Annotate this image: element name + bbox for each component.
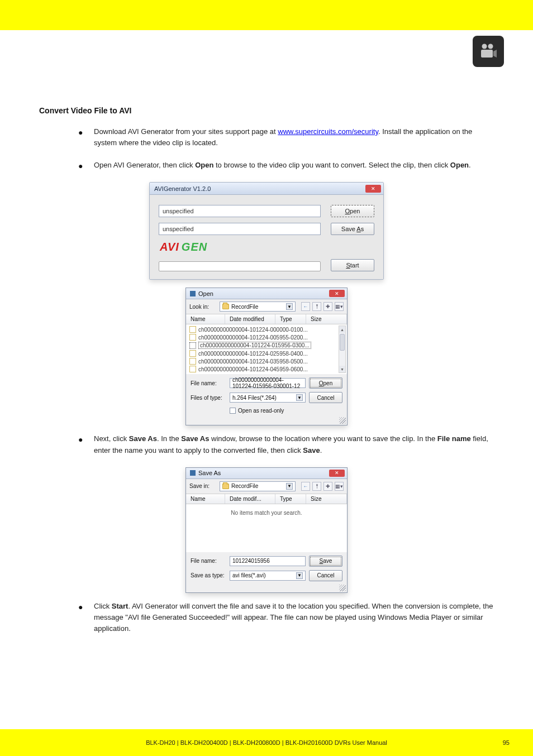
col-date[interactable]: Date modif...	[225, 494, 275, 504]
col-size[interactable]: Size	[306, 314, 347, 324]
open-button[interactable]: Open	[331, 205, 374, 217]
file-list[interactable]: ch00000000000004-101224-000000-0100... c…	[186, 324, 347, 374]
scroll-up-icon[interactable]: ▲	[339, 326, 345, 333]
bullet-dot: ●	[78, 128, 83, 137]
file-list-empty: No items match your search.	[186, 504, 347, 552]
scroll-down-icon[interactable]: ▼	[339, 366, 345, 372]
col-name[interactable]: Name	[186, 494, 225, 504]
scrollbar[interactable]: ▲ ▼	[339, 326, 346, 373]
view-menu-icon[interactable]: ▦▾	[335, 482, 344, 491]
open-button[interactable]: Open	[309, 377, 342, 389]
start-button[interactable]: Start	[331, 259, 374, 271]
col-name[interactable]: Name	[186, 314, 225, 324]
filename-input[interactable]: 101224015956	[230, 556, 306, 566]
b3-p1: Next, click	[94, 434, 129, 443]
chevron-down-icon[interactable]: ▼	[296, 394, 303, 401]
list-item: ch00000000000004-101224-000000-0100...	[186, 326, 347, 333]
file-icon	[189, 366, 196, 372]
save-as-button[interactable]: Save As	[331, 223, 374, 235]
list-header: Name Date modified Type Size	[186, 314, 347, 324]
readonly-checkbox[interactable]: Open as read-only	[230, 408, 306, 414]
saveastype-combo[interactable]: avi files(*.avi)▼	[230, 571, 306, 581]
filename-label: File name:	[191, 380, 226, 386]
cancel-button[interactable]: Cancel	[309, 392, 342, 403]
footer-bar: BLK-DH20 | BLK-DH200400D | BLK-DH200800D…	[0, 729, 533, 756]
col-type[interactable]: Type	[275, 494, 306, 504]
saveastype-label: Save as type:	[191, 572, 226, 578]
b2-p1: Open AVI Generator, then click	[94, 161, 195, 169]
close-icon[interactable]: ✕	[329, 290, 345, 297]
col-type[interactable]: Type	[275, 314, 306, 324]
bullet-dot: ●	[78, 161, 83, 170]
col-date[interactable]: Date modified	[225, 314, 275, 324]
filetype-label: Files of type:	[191, 395, 226, 401]
svg-rect-3	[190, 291, 196, 296]
avi-gen-logo: AVIGEN	[160, 241, 374, 253]
avi-generator-window: AVIGenerator V1.2.0 ✕ unspecified Open u…	[149, 182, 384, 280]
save-as-dialog: Save As ✕ Save in: RecordFile ▼ ⭱ ✚ ▦▾	[185, 467, 348, 593]
lookin-label: Look in:	[189, 304, 217, 310]
folder-icon	[222, 484, 229, 489]
list-item-selected: ch00000000000004-101224-015956-0300...	[186, 341, 347, 350]
close-icon[interactable]: ✕	[365, 185, 381, 193]
section-title: Convert Video File to AVI	[39, 106, 494, 115]
bullet-1: ● Download AVI Generator from your sites…	[78, 126, 494, 149]
chevron-down-icon[interactable]: ▼	[286, 303, 293, 310]
back-icon[interactable]	[301, 302, 310, 311]
b2-open2: Open	[450, 161, 469, 169]
file-icon	[189, 358, 196, 365]
list-item: ch00000000000004-101224-035958-0500...	[186, 357, 347, 365]
new-folder-icon[interactable]: ✚	[323, 482, 332, 491]
file-icon	[189, 350, 196, 357]
bullet-dot: ●	[78, 602, 83, 611]
file-icon	[189, 334, 196, 341]
filename-input[interactable]: ch00000000000004-101224-015956-030001-12	[230, 378, 306, 388]
svg-point-1	[488, 44, 493, 49]
save-button[interactable]: Save	[309, 556, 342, 567]
b2-p2: to browse to the video clip you want to …	[213, 161, 450, 169]
top-yellow-bar	[0, 0, 533, 30]
chevron-down-icon[interactable]: ▼	[286, 483, 293, 490]
file-icon	[189, 326, 196, 333]
list-item: ch00000000000004-101224-025958-0400...	[186, 350, 347, 357]
bullet-dot: ●	[78, 435, 83, 444]
filetype-combo[interactable]: h.264 Files(*.264)▼	[230, 393, 306, 403]
b2-open: Open	[195, 161, 213, 169]
savein-combo[interactable]: RecordFile ▼	[220, 481, 296, 491]
progress-bar	[159, 261, 321, 271]
b2-p3: .	[469, 161, 471, 169]
back-icon[interactable]	[301, 482, 310, 491]
new-folder-icon[interactable]: ✚	[323, 302, 332, 311]
svg-rect-4	[190, 470, 196, 476]
filename-label: File name:	[191, 558, 226, 564]
camcorder-icon-tile	[473, 36, 504, 67]
bullet-3: ● Next, click Save As. In the Save As wi…	[78, 433, 494, 456]
cancel-button[interactable]: Cancel	[309, 570, 342, 581]
col-size[interactable]: Size	[306, 494, 347, 504]
scroll-thumb[interactable]	[340, 334, 345, 351]
avi-title: AVIGenerator V1.2.0	[154, 185, 211, 192]
resize-grip-icon[interactable]	[339, 585, 346, 591]
bullet-4: ● Click Start. AVI Generator will conver…	[78, 601, 494, 634]
open-title: Open	[198, 290, 213, 297]
dialog-icon	[189, 470, 196, 476]
saveas-title: Save As	[198, 470, 221, 476]
camcorder-icon	[477, 40, 499, 63]
up-icon[interactable]: ⭱	[312, 302, 321, 311]
b4-p1: Click	[94, 602, 112, 610]
source-path-field[interactable]: unspecified	[159, 205, 321, 217]
support-link[interactable]: www.supercircuits.com/security	[278, 127, 378, 136]
folder-icon	[222, 304, 229, 309]
close-icon[interactable]: ✕	[329, 470, 345, 477]
chevron-down-icon[interactable]: ▼	[296, 572, 303, 579]
svg-point-0	[482, 44, 487, 49]
lookin-combo[interactable]: RecordFile ▼	[220, 302, 296, 312]
checkbox-icon[interactable]	[230, 408, 236, 414]
dest-path-field[interactable]: unspecified	[159, 223, 321, 235]
page-number: 95	[503, 739, 510, 746]
file-icon	[189, 342, 196, 349]
list-header: Name Date modif... Type Size	[186, 494, 347, 504]
resize-grip-icon[interactable]	[339, 417, 346, 424]
view-menu-icon[interactable]: ▦▾	[335, 302, 344, 311]
up-icon[interactable]: ⭱	[312, 482, 321, 491]
